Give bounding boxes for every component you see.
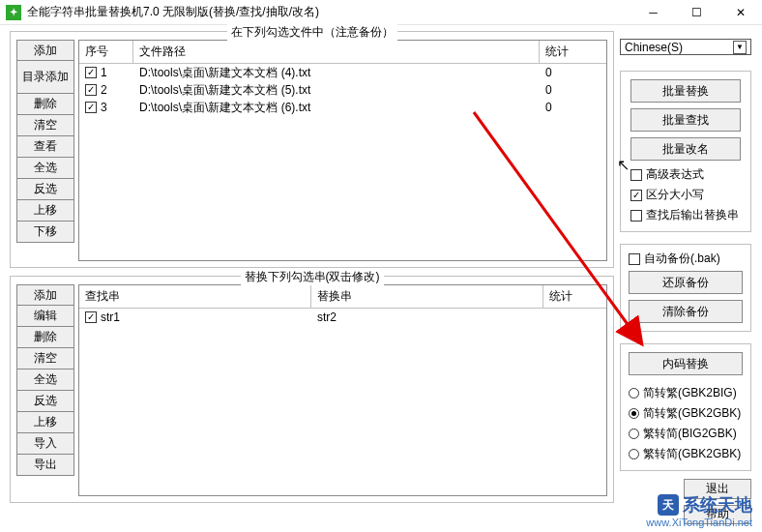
encoding-radio-0[interactable]: 简转繁(GBK2BIG) xyxy=(629,385,743,401)
row-checkbox-icon[interactable] xyxy=(85,67,97,78)
files-button-stack: 添加目录添加删除清空查看全选反选上移下移 xyxy=(16,40,74,261)
auto-backup-checkbox[interactable]: 自动备份(.bak) xyxy=(629,251,743,267)
files-panel: 在下列勾选文件中（注意备份） 添加目录添加删除清空查看全选反选上移下移 序号 文… xyxy=(10,31,614,268)
strings-btn-2[interactable]: 删除 xyxy=(16,327,74,348)
files-table-body[interactable]: 1D:\tools\桌面\新建文本文档 (4).txt02D:\tools\桌面… xyxy=(79,64,606,260)
files-btn-1[interactable]: 目录添加 xyxy=(16,61,74,94)
strings-btn-0[interactable]: 添加 xyxy=(16,284,74,306)
files-btn-5[interactable]: 全选 xyxy=(16,158,74,179)
strings-btn-1[interactable]: 编辑 xyxy=(16,306,74,327)
batch-rename-button[interactable]: 批量改名 xyxy=(630,137,741,161)
maximize-button[interactable]: ☐ xyxy=(675,0,718,25)
col-path[interactable]: 文件路径 xyxy=(133,41,540,63)
radio-icon xyxy=(629,388,639,399)
files-btn-7[interactable]: 上移 xyxy=(16,200,74,222)
strings-panel-legend: 替换下列勾选串(双击修改) xyxy=(241,269,384,285)
minimize-button[interactable]: ─ xyxy=(631,0,675,25)
strings-table-header: 查找串 替换串 统计 xyxy=(79,285,606,309)
files-btn-6[interactable]: 反选 xyxy=(16,179,74,200)
strings-btn-8[interactable]: 导出 xyxy=(16,455,74,476)
strings-btn-3[interactable]: 清空 xyxy=(16,348,74,369)
strings-btn-7[interactable]: 导入 xyxy=(16,433,74,455)
case-sensitive-checkbox[interactable]: 区分大小写 xyxy=(630,187,741,203)
table-row[interactable]: 1D:\tools\桌面\新建文本文档 (4).txt0 xyxy=(79,64,606,81)
col-replace[interactable]: 替换串 xyxy=(311,285,543,308)
encoding-radio-3[interactable]: 繁转简(GBK2GBK) xyxy=(629,446,743,462)
adv-expr-checkbox[interactable]: 高级表达式 xyxy=(630,166,741,183)
watermark-url: www.XiTongTianDi.net xyxy=(646,517,752,528)
files-table-header: 序号 文件路径 统计 xyxy=(79,41,606,64)
row-checkbox-icon[interactable] xyxy=(85,102,97,113)
strings-button-stack: 添加编辑删除清空全选反选上移导入导出 xyxy=(16,284,74,496)
checkbox-icon xyxy=(630,210,642,222)
strings-table: 查找串 替换串 统计 str1str2 xyxy=(78,284,607,496)
table-row[interactable]: str1str2 xyxy=(79,309,606,326)
radio-icon xyxy=(629,429,639,439)
col-count2[interactable]: 统计 xyxy=(543,285,601,308)
radio-icon xyxy=(629,408,639,419)
restore-backup-button[interactable]: 还原备份 xyxy=(629,271,743,294)
app-icon: ✦ xyxy=(6,5,21,20)
files-btn-8[interactable]: 下移 xyxy=(16,222,74,243)
files-btn-2[interactable]: 删除 xyxy=(16,94,74,115)
encoding-value: Chinese(S) xyxy=(625,41,683,54)
code-replace-button[interactable]: 内码替换 xyxy=(629,352,743,375)
strings-btn-6[interactable]: 上移 xyxy=(16,412,74,433)
checkbox-icon xyxy=(629,253,640,265)
checkbox-icon xyxy=(630,190,642,201)
clear-backup-button[interactable]: 清除备份 xyxy=(629,300,743,323)
row-checkbox-icon[interactable] xyxy=(85,311,97,323)
close-button[interactable]: ✕ xyxy=(718,0,762,25)
strings-table-body[interactable]: str1str2 xyxy=(79,309,606,495)
checkbox-icon xyxy=(630,169,642,181)
strings-btn-5[interactable]: 反选 xyxy=(16,391,74,412)
strings-panel: 替换下列勾选串(双击修改) 添加编辑删除清空全选反选上移导入导出 查找串 替换串… xyxy=(10,276,614,503)
radio-icon xyxy=(629,449,639,459)
files-table: 序号 文件路径 统计 1D:\tools\桌面\新建文本文档 (4).txt02… xyxy=(78,40,607,261)
table-row[interactable]: 2D:\tools\桌面\新建文本文档 (5).txt0 xyxy=(79,81,606,99)
batch-replace-button[interactable]: 批量替换 xyxy=(630,79,741,103)
col-find[interactable]: 查找串 xyxy=(79,285,311,308)
right-sidebar: Chinese(S) ▼ 批量替换 批量查找 批量改名 高级表达式 区分大小写 … xyxy=(620,31,751,526)
output-on-find-checkbox[interactable]: 查找后输出替换串 xyxy=(630,207,741,223)
batch-find-button[interactable]: 批量查找 xyxy=(630,108,741,132)
encoding-radio-1[interactable]: 简转繁(GBK2GBK) xyxy=(629,405,743,422)
watermark: 天 系统天地 www.XiTongTianDi.net xyxy=(646,493,752,528)
encoding-radio-2[interactable]: 繁转简(BIG2GBK) xyxy=(629,426,743,442)
window-title: 全能字符串批量替换机7.0 无限制版(替换/查找/抽取/改名) xyxy=(27,4,631,20)
col-seq[interactable]: 序号 xyxy=(79,41,133,63)
watermark-brand: 系统天地 xyxy=(683,493,752,517)
watermark-icon: 天 xyxy=(658,494,679,516)
titlebar: ✦ 全能字符串批量替换机7.0 无限制版(替换/查找/抽取/改名) ─ ☐ ✕ xyxy=(0,0,762,25)
col-count[interactable]: 统计 xyxy=(540,41,598,63)
encoding-select[interactable]: Chinese(S) ▼ xyxy=(620,39,751,55)
strings-btn-4[interactable]: 全选 xyxy=(16,369,74,391)
files-btn-0[interactable]: 添加 xyxy=(16,40,74,61)
files-btn-3[interactable]: 清空 xyxy=(16,115,74,136)
table-row[interactable]: 3D:\tools\桌面\新建文本文档 (6).txt0 xyxy=(79,99,606,116)
files-panel-legend: 在下列勾选文件中（注意备份） xyxy=(227,24,397,41)
dropdown-arrow-icon: ▼ xyxy=(733,41,747,54)
files-btn-4[interactable]: 查看 xyxy=(16,136,74,158)
row-checkbox-icon[interactable] xyxy=(85,84,97,96)
